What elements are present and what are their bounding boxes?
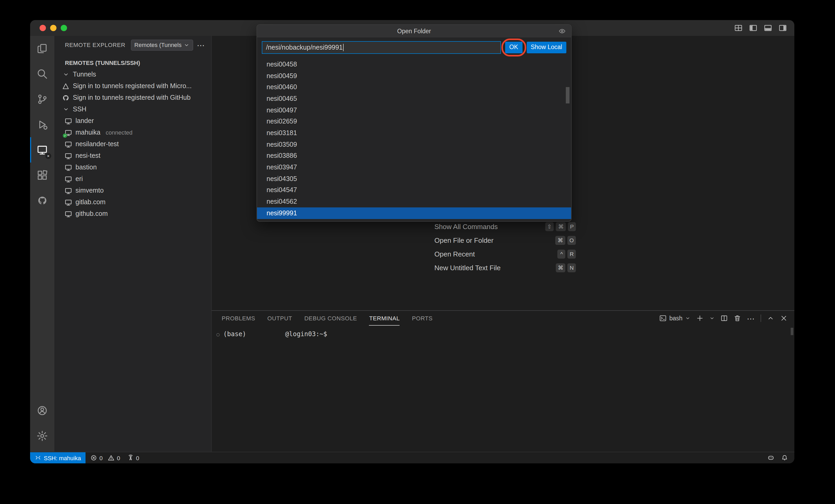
settings-gear-icon[interactable] bbox=[30, 423, 54, 449]
tree-item-gitlab-com[interactable]: gitlab.com bbox=[54, 196, 211, 208]
shortcut-label: Open File or Folder bbox=[434, 236, 493, 244]
azure-icon bbox=[62, 82, 70, 90]
problems-indicator[interactable]: 0 0 bbox=[90, 455, 120, 461]
status-bar-right bbox=[768, 455, 794, 461]
activity-badge: ✕ bbox=[45, 153, 51, 159]
tree-item-nesi-test[interactable]: nesi-test bbox=[54, 150, 211, 161]
tree-item-label: nesilander-test bbox=[76, 140, 119, 148]
folder-option-nesi04562[interactable]: nesi04562 bbox=[257, 196, 571, 207]
key-cap: ⌘ bbox=[556, 263, 566, 272]
dialog-title: Open Folder bbox=[397, 28, 431, 34]
tree-item-desc: connected bbox=[106, 129, 133, 136]
folder-option-nesi00497[interactable]: nesi00497 bbox=[257, 104, 571, 116]
ok-button[interactable]: OK bbox=[505, 42, 522, 53]
folder-option-nesi03886[interactable]: nesi03886 bbox=[257, 150, 571, 161]
folder-option-nesi00459[interactable]: nesi00459 bbox=[257, 70, 571, 81]
eye-icon[interactable] bbox=[558, 27, 566, 35]
folder-option-nesi03947[interactable]: nesi03947 bbox=[257, 161, 571, 173]
tree-item-tunnels[interactable]: Tunnels bbox=[54, 68, 211, 80]
panel-tab-ports[interactable]: PORTS bbox=[412, 311, 432, 325]
folder-option-nesi00460[interactable]: nesi00460 bbox=[257, 82, 571, 93]
key-cap: ⇧ bbox=[545, 222, 554, 231]
show-local-button[interactable]: Show Local bbox=[527, 42, 566, 53]
vm-connected-icon: ✓ bbox=[64, 128, 72, 137]
key-cap: ^ bbox=[558, 249, 566, 258]
files-icon[interactable] bbox=[30, 36, 54, 61]
panel-tab-output[interactable]: OUTPUT bbox=[267, 311, 292, 325]
tree-item-label: bastion bbox=[76, 164, 97, 171]
tree-item-bastion[interactable]: bastion bbox=[54, 161, 211, 173]
tree-item-lander[interactable]: lander bbox=[54, 115, 211, 127]
section-header[interactable]: REMOTES (TUNNELS/SSH) bbox=[54, 57, 211, 68]
source-control-icon[interactable] bbox=[30, 86, 54, 112]
tree-item-label: SSH bbox=[73, 105, 86, 113]
zoom-window-button[interactable] bbox=[61, 25, 67, 31]
layout-sidebar-right-icon[interactable] bbox=[778, 24, 787, 32]
text-cursor bbox=[343, 44, 344, 51]
split-terminal-icon[interactable] bbox=[720, 315, 728, 322]
titlebar-layout-controls bbox=[734, 20, 787, 36]
layout-grid-icon[interactable] bbox=[734, 24, 742, 32]
tree-item-eri[interactable]: eri bbox=[54, 173, 211, 185]
vm-icon bbox=[64, 152, 72, 160]
tree-item-label: github.com bbox=[76, 210, 108, 218]
panel-scrollbar[interactable] bbox=[791, 328, 793, 335]
minimize-window-button[interactable] bbox=[50, 25, 57, 31]
tree-item-ssh[interactable]: SSH bbox=[54, 103, 211, 115]
activity-bar: ✕ bbox=[30, 36, 54, 452]
shortcut-keys: ⌘O bbox=[555, 236, 576, 245]
chevron-down-icon[interactable] bbox=[709, 316, 715, 321]
ports-indicator[interactable]: 0 bbox=[127, 455, 139, 461]
more-actions-icon[interactable]: ⋯ bbox=[747, 314, 755, 322]
github-icon[interactable] bbox=[30, 188, 54, 213]
panel-tab-debug-console[interactable]: DEBUG CONSOLE bbox=[304, 311, 357, 325]
folder-option-nesi00458[interactable]: nesi00458 bbox=[257, 59, 571, 70]
folder-option-nesi03509[interactable]: nesi03509 bbox=[257, 139, 571, 150]
folder-option-nesi04305[interactable]: nesi04305 bbox=[257, 173, 571, 184]
tree-item-label: nesi-test bbox=[76, 152, 101, 159]
folder-option-nesi99991[interactable]: nesi99991 bbox=[257, 207, 571, 219]
close-panel-icon[interactable] bbox=[780, 315, 788, 322]
tree-item-sign-in-to-tunnels-registered-wi[interactable]: Sign in to tunnels registered with Micro… bbox=[54, 80, 211, 92]
warning-icon bbox=[108, 455, 115, 461]
remote-indicator[interactable]: SSH: mahuika bbox=[30, 452, 86, 463]
new-terminal-icon[interactable] bbox=[696, 315, 704, 322]
close-window-button[interactable] bbox=[40, 25, 46, 31]
tree-item-nesilander-test[interactable]: nesilander-test bbox=[54, 138, 211, 150]
layout-panel-icon[interactable] bbox=[764, 24, 772, 32]
run-debug-icon[interactable] bbox=[30, 112, 54, 137]
layout-sidebar-left-icon[interactable] bbox=[749, 24, 757, 32]
terminal-shell-selector[interactable]: bash bbox=[659, 315, 690, 322]
dialog-scrollbar[interactable] bbox=[566, 87, 570, 103]
terminal[interactable]: ○ (base) @login03:~$ bbox=[212, 326, 794, 338]
shortcut-keys: ^R bbox=[558, 249, 576, 258]
more-actions-icon[interactable]: ⋯ bbox=[197, 41, 205, 49]
search-icon[interactable] bbox=[30, 61, 54, 86]
remotes-dropdown[interactable]: Remotes (Tunnels bbox=[130, 39, 193, 51]
vm-icon bbox=[64, 117, 72, 125]
vscode-window: ✕ REMOTE EXPLORER Remotes (Tunnels ⋯ REM… bbox=[30, 20, 794, 463]
accounts-icon[interactable] bbox=[30, 398, 54, 423]
panel-tab-terminal[interactable]: TERMINAL bbox=[369, 311, 400, 325]
bell-icon[interactable] bbox=[781, 455, 788, 461]
tree-item-label: Tunnels bbox=[73, 71, 96, 78]
tree-item-sign-in-to-tunnels-registered-wi[interactable]: Sign in to tunnels registered with GitHu… bbox=[54, 92, 211, 103]
folder-option-nesi04547[interactable]: nesi04547 bbox=[257, 184, 571, 196]
kill-terminal-icon[interactable] bbox=[734, 315, 741, 322]
tree-item-mahuika[interactable]: ✓mahuikaconnected bbox=[54, 127, 211, 138]
vm-icon bbox=[64, 186, 72, 195]
folder-path-input[interactable]: /nesi/nobackup/nesi99991 bbox=[262, 41, 501, 54]
tree-item-github-com[interactable]: github.com bbox=[54, 208, 211, 220]
folder-option-nesi02659[interactable]: nesi02659 bbox=[257, 116, 571, 127]
dialog-titlebar[interactable]: Open Folder bbox=[257, 25, 571, 38]
tree-item-simvemto[interactable]: simvemto bbox=[54, 185, 211, 196]
welcome-shortcuts: Show All Commands⇧⌘POpen File or Folder⌘… bbox=[434, 220, 576, 275]
maximize-panel-icon[interactable] bbox=[767, 315, 774, 322]
copilot-icon[interactable] bbox=[768, 455, 774, 461]
terminal-env: (base) bbox=[223, 330, 246, 338]
panel-tab-problems[interactable]: PROBLEMS bbox=[222, 311, 255, 325]
folder-option-nesi00465[interactable]: nesi00465 bbox=[257, 93, 571, 104]
remote-explorer-icon[interactable]: ✕ bbox=[30, 137, 54, 163]
folder-option-nesi03181[interactable]: nesi03181 bbox=[257, 127, 571, 139]
extensions-icon[interactable] bbox=[30, 163, 54, 188]
